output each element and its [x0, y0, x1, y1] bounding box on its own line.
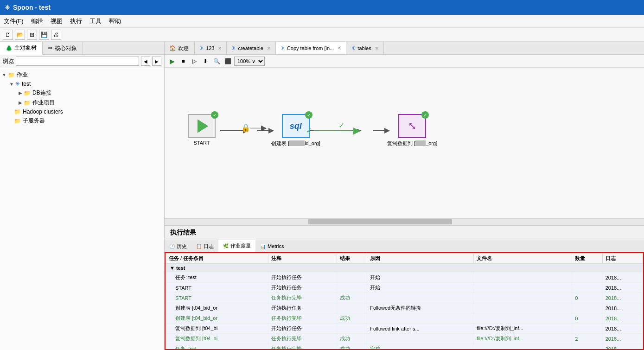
col-filename: 文件名	[474, 254, 572, 264]
table-row[interactable]: 任务: test 开始执行任务 开始 2018...	[166, 273, 643, 283]
table-row[interactable]: 复制数据到 [t04_bi 开始执行任务 Followed link after…	[166, 324, 643, 334]
cell-result	[337, 324, 367, 334]
cell-task: 任务: test	[166, 344, 268, 350]
canvas-toolbar: ▶ ■ ▷ ⬇ 🔍 ⬛ 100% ∨ 75% 50% 125% 150%	[165, 55, 644, 68]
cell-count: 0	[572, 293, 602, 303]
tree-item-test[interactable]: ▼ ✳ test	[0, 80, 164, 88]
table-row[interactable]: START 开始执行任务 开始 2018...	[166, 283, 643, 293]
results-table-container[interactable]: 任务 / 任务条目 注释 结果 原因 文件名 数量 日志	[165, 252, 644, 350]
tab-copy-close[interactable]: ✕	[338, 45, 341, 51]
cell-task: 复制数据到 [t04_bi	[166, 334, 268, 344]
table-row[interactable]: 创建表 [t04_bid_or 任务执行完毕 成功 0 2018...	[166, 313, 643, 324]
cell-result	[337, 273, 367, 283]
tab-core-object[interactable]: ✏ 核心对象	[43, 42, 83, 55]
btn-zoom-in[interactable]: 🔍	[212, 57, 221, 66]
result-tab-log-label: 日志	[204, 243, 214, 250]
btn-stop[interactable]: ■	[179, 57, 188, 66]
tab-createtable-close[interactable]: ✕	[267, 46, 271, 51]
cell-reason	[367, 293, 474, 303]
spoon-icon: ✳	[15, 81, 20, 87]
menu-execute[interactable]: 执行	[70, 17, 82, 25]
tab-copy-table[interactable]: ✳ Copy table from [in... ✕	[276, 42, 347, 55]
toolbar-new[interactable]: 🗋	[3, 30, 13, 40]
col-result: 结果	[337, 254, 367, 264]
left-tabs: 🌲 主对象树 ✏ 核心对象	[0, 42, 164, 55]
result-tab-log[interactable]: 📋 日志	[191, 240, 218, 252]
menu-edit[interactable]: 编辑	[31, 17, 43, 25]
tree-item-hadoop[interactable]: 📁 Hadoop clusters	[0, 108, 164, 116]
table-row[interactable]: START 任务执行完毕 成功 0 2018...	[166, 293, 643, 303]
tab-tables-close[interactable]: ✕	[375, 46, 379, 51]
cell-log: 2018...	[602, 344, 643, 350]
result-tab-history[interactable]: 🕐 历史	[165, 240, 191, 252]
tab-123-close[interactable]: ✕	[218, 46, 222, 51]
cell-task: START	[166, 283, 268, 293]
cell-count: 2	[572, 334, 602, 344]
col-reason: 原因	[367, 254, 474, 264]
menu-tools[interactable]: 工具	[89, 17, 102, 25]
table-row[interactable]: ▼ test	[166, 264, 643, 273]
node-start[interactable]: ✓ START	[188, 114, 216, 146]
cell-log: 2018...	[602, 293, 643, 303]
canvas-hscroll[interactable]	[165, 218, 644, 225]
spoon-icon: ✳	[351, 45, 356, 51]
canvas-area[interactable]: ✓ ✓ START 🔒 ──▶	[165, 68, 644, 225]
browse-collapse-btn[interactable]: ▶	[152, 57, 161, 66]
result-tab-metrics[interactable]: 📊 Metrics	[255, 240, 288, 252]
tree-item-subserver[interactable]: 📁 子服务器	[0, 116, 164, 126]
cell-comment: 开始执行任务	[268, 303, 337, 313]
chart-icon: 📊	[260, 244, 266, 249]
cell-comment: 任务执行完毕	[268, 334, 337, 344]
table-row[interactable]: 创建表 [t04_bid_or 开始执行任务 Followed无条件的链接 20…	[166, 303, 643, 313]
browse-bar: 浏览 ◀ ▶	[0, 55, 164, 68]
result-tab-metrics-cn[interactable]: 🌿 作业度量	[218, 240, 255, 252]
btn-step[interactable]: ▷	[190, 57, 199, 66]
arrow-icon: ▶	[19, 100, 22, 105]
result-tab-metrics-label: Metrics	[268, 243, 284, 249]
col-count: 数量	[572, 254, 602, 264]
cell-comment: 任务执行完毕	[268, 313, 337, 324]
cell-result: 成功	[337, 334, 367, 344]
menu-view[interactable]: 视图	[51, 17, 63, 25]
cell-filename	[474, 303, 572, 313]
btn-run[interactable]: ▶	[167, 57, 177, 66]
btn-zoom-out[interactable]: ⬛	[223, 57, 232, 66]
results-section: 执行结果 🕐 历史 📋 日志 🌿 作业度量	[165, 225, 644, 350]
spoon-icon: ✳	[231, 45, 236, 51]
menu-file[interactable]: 文件(F)	[4, 17, 24, 25]
btn-down[interactable]: ⬇	[201, 57, 210, 66]
tree-item-project[interactable]: ▶ 📁 作业项目	[0, 98, 164, 108]
table-row[interactable]: 复制数据到 [t04_bi 任务执行完毕 成功 file:///D:/复制到_i…	[166, 334, 643, 344]
tab-tables[interactable]: ✳ tables ✕	[346, 42, 383, 55]
tab-123[interactable]: ✳ 123 ✕	[195, 42, 227, 55]
tab-welcome[interactable]: 🏠 欢迎!	[165, 42, 195, 55]
results-table: 任务 / 任务条目 注释 结果 原因 文件名 数量 日志	[166, 253, 643, 350]
browse-input[interactable]	[16, 57, 139, 66]
cell-reason: 完成	[367, 344, 474, 350]
toolbar-grid[interactable]: ⊞	[27, 30, 37, 40]
menu-help[interactable]: 帮助	[109, 17, 121, 25]
table-row[interactable]: 任务: test 任务执行完毕 成功 完成 2018...	[166, 344, 643, 350]
tab-main-label: 主对象树	[14, 44, 37, 52]
result-tab-metrics-cn-label: 作业度量	[230, 242, 251, 249]
node-copy[interactable]: ⤡ ✓ 复制数据到 [xxxx_org]	[387, 114, 437, 147]
browse-expand-btn[interactable]: ◀	[141, 57, 150, 66]
toolbar-save[interactable]: 💾	[39, 30, 49, 40]
cell-comment: 任务执行完毕	[268, 344, 337, 350]
zoom-select[interactable]: 100% ∨ 75% 50% 125% 150%	[234, 57, 265, 66]
app-title: Spoon - test	[13, 4, 51, 11]
folder-icon: 📁	[8, 72, 15, 78]
toolbar: 🗋 📂 ⊞ 💾 🖨	[0, 28, 644, 42]
cell-result: 成功	[337, 344, 367, 350]
tree-label: DB连接	[32, 89, 51, 97]
tree-item-db[interactable]: ▶ 📁 DB连接	[0, 88, 164, 98]
toolbar-open[interactable]: 📂	[15, 30, 25, 40]
cell-log: 2018...	[602, 303, 643, 313]
tab-main-object-tree[interactable]: 🌲 主对象树	[0, 42, 43, 55]
cell-count	[572, 283, 602, 293]
tree-item-zuoye[interactable]: ▼ 📁 作业	[0, 70, 164, 80]
results-tabs: 🕐 历史 📋 日志 🌿 作业度量 📊 Metrics	[165, 240, 644, 252]
toolbar-print[interactable]: 🖨	[51, 30, 61, 40]
cell-result: 成功	[337, 313, 367, 324]
tab-createtable[interactable]: ✳ createtable ✕	[227, 42, 275, 55]
